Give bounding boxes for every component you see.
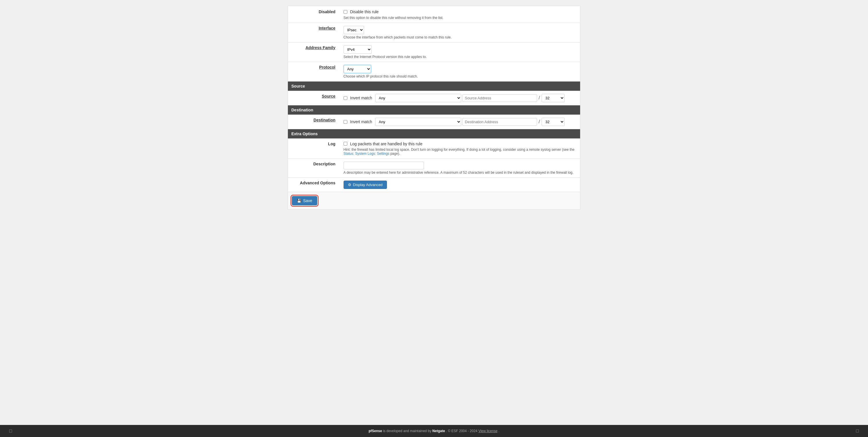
protocol-help: Choose which IP protocol this rule shoul… — [344, 74, 577, 79]
source-invert-text: Invert match — [350, 96, 372, 100]
footer-brand-pfsense: pfSense — [369, 429, 382, 433]
interface-select[interactable]: IPsec WAN LAN — [344, 26, 364, 34]
log-hint-suffix: page). — [390, 152, 400, 156]
gear-icon: ⚙ — [348, 183, 351, 187]
footer-license-link[interactable]: View license — [478, 429, 497, 433]
save-cell: 💾 Save — [288, 192, 580, 210]
log-hint-prefix: Hint: the firewall has limited local log… — [344, 148, 575, 152]
destination-addr-group: Any Single host or alias LAN subnet WAN … — [375, 118, 565, 126]
destination-label: Destination — [288, 115, 340, 129]
protocol-label: Protocol — [288, 62, 340, 81]
log-help: Hint: the firewall has limited local log… — [344, 148, 577, 156]
footer-link-suffix: . — [498, 429, 499, 433]
extra-options-section-header: Extra Options — [288, 129, 580, 138]
source-address-input[interactable] — [462, 94, 537, 102]
interface-label: Interface — [288, 23, 340, 42]
advanced-options-row: Advanced Options ⚙ Display Advanced — [288, 178, 580, 192]
display-advanced-button[interactable]: ⚙ Display Advanced — [344, 181, 387, 189]
destination-inline-row: Invert match Any Single host or alias LA… — [344, 118, 577, 126]
disabled-checkbox-label[interactable]: Disable this rule — [344, 9, 379, 14]
save-row: 💾 Save — [288, 192, 580, 210]
source-row: Source Invert match Any Single host or a… — [288, 91, 580, 105]
destination-label-text[interactable]: Destination — [313, 118, 335, 122]
log-checkbox-label[interactable]: Log packets that are handled by this rul… — [344, 142, 423, 146]
destination-section-header: Destination — [288, 105, 580, 115]
disabled-input-cell: Disable this rule Set this option to dis… — [340, 6, 580, 23]
source-invert-checkbox[interactable] — [344, 96, 347, 100]
interface-input-cell: IPsec WAN LAN Choose the interface from … — [340, 23, 580, 42]
address-family-row: Address Family IPv4 IPv6 IPv4+IPv6 Selec… — [288, 42, 580, 62]
description-label: Description — [288, 159, 340, 178]
destination-slash: / — [538, 119, 540, 124]
interface-row: Interface IPsec WAN LAN Choose the inter… — [288, 23, 580, 42]
save-icon: 💾 — [297, 199, 301, 203]
destination-type-select[interactable]: Any Single host or alias LAN subnet WAN … — [375, 118, 461, 126]
protocol-select[interactable]: Any TCP UDP TCP/UDP ICMP — [344, 65, 371, 73]
destination-cidr-select[interactable]: 32 24 16 — [541, 118, 565, 126]
advanced-options-input-cell: ⚙ Display Advanced — [340, 178, 580, 192]
source-slash: / — [538, 95, 540, 100]
destination-section-title: Destination — [288, 105, 580, 115]
extra-options-section-title: Extra Options — [288, 129, 580, 138]
interface-help: Choose the interface from which packets … — [344, 35, 577, 39]
source-label: Source — [288, 91, 340, 105]
footer-copyright: . © ESF 2004 - 2024 — [446, 429, 478, 433]
interface-label-text[interactable]: Interface — [319, 26, 335, 30]
log-checkbox[interactable] — [344, 142, 347, 146]
disabled-row: Disabled Disable this rule Set this opti… — [288, 6, 580, 23]
address-family-select[interactable]: IPv4 IPv6 IPv4+IPv6 — [344, 45, 372, 54]
destination-address-input[interactable] — [462, 118, 537, 126]
log-checkbox-text: Log packets that are handled by this rul… — [350, 142, 423, 146]
display-advanced-label: Display Advanced — [353, 183, 383, 187]
description-input-cell: A description may be entered here for ad… — [340, 159, 580, 178]
source-cidr-select[interactable]: 32 24 16 — [541, 94, 565, 102]
source-section-title: Source — [288, 81, 580, 91]
address-family-help: Select the Internet Protocol version thi… — [344, 55, 577, 59]
footer-text-middle: is developed and maintained by — [383, 429, 432, 433]
protocol-label-text[interactable]: Protocol — [319, 65, 336, 69]
destination-invert-text: Invert match — [350, 120, 372, 124]
destination-invert-label[interactable]: Invert match — [344, 120, 372, 124]
description-input[interactable] — [344, 162, 424, 169]
save-button[interactable]: 💾 Save — [292, 196, 317, 205]
source-inline-row: Invert match Any Single host or alias LA… — [344, 94, 577, 102]
footer: □ pfSense is developed and maintained by… — [0, 425, 868, 437]
footer-center: pfSense is developed and maintained by N… — [12, 429, 856, 433]
save-button-label: Save — [303, 198, 312, 203]
description-help: A description may be entered here for ad… — [344, 170, 577, 175]
log-label: Log — [288, 138, 340, 159]
disabled-label: Disabled — [288, 6, 340, 23]
disabled-help: Set this option to disable this rule wit… — [344, 16, 577, 20]
source-addr-group: Any Single host or alias LAN subnet WAN … — [375, 94, 565, 102]
address-family-label: Address Family — [288, 42, 340, 62]
destination-row: Destination Invert match Any Single host… — [288, 115, 580, 129]
protocol-row: Protocol Any TCP UDP TCP/UDP ICMP Choose… — [288, 62, 580, 81]
footer-icons-row: □ pfSense is developed and maintained by… — [3, 428, 865, 434]
description-row: Description A description may be entered… — [288, 159, 580, 178]
log-row: Log Log packets that are handled by this… — [288, 138, 580, 159]
source-input-cell: Invert match Any Single host or alias LA… — [340, 91, 580, 105]
source-invert-label[interactable]: Invert match — [344, 96, 372, 100]
destination-invert-checkbox[interactable] — [344, 120, 347, 124]
disabled-checkbox[interactable] — [344, 10, 347, 14]
address-family-label-text[interactable]: Address Family — [305, 45, 335, 50]
log-hint-link[interactable]: Status: System Logs: Settings — [344, 152, 390, 156]
log-input-cell: Log packets that are handled by this rul… — [340, 138, 580, 159]
source-label-text[interactable]: Source — [322, 94, 335, 98]
source-section-header: Source — [288, 81, 580, 91]
protocol-input-cell: Any TCP UDP TCP/UDP ICMP Choose which IP… — [340, 62, 580, 81]
destination-input-cell: Invert match Any Single host or alias LA… — [340, 115, 580, 129]
address-family-input-cell: IPv4 IPv6 IPv4+IPv6 Select the Internet … — [340, 42, 580, 62]
footer-brand-netgate: Netgate — [432, 429, 445, 433]
footer-left-icon[interactable]: □ — [9, 428, 12, 434]
advanced-options-label: Advanced Options — [288, 178, 340, 192]
footer-right-icon[interactable]: □ — [856, 428, 859, 434]
source-type-select[interactable]: Any Single host or alias LAN subnet WAN … — [375, 94, 461, 102]
disabled-checkbox-text: Disable this rule — [350, 9, 379, 14]
